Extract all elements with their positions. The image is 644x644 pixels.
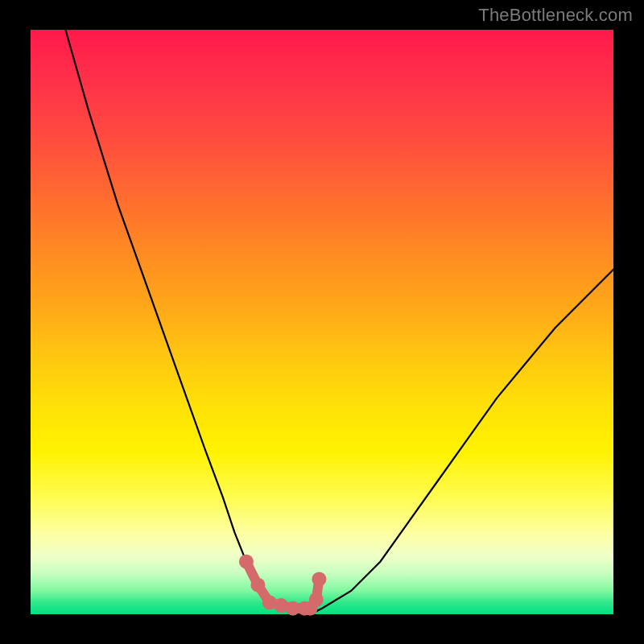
curve-dip-markers <box>239 555 327 616</box>
dip-marker-dot <box>250 578 265 592</box>
dip-marker-dot <box>239 555 254 569</box>
dip-marker-dot <box>312 572 326 586</box>
dip-marker-dot <box>309 592 324 607</box>
chart-curve-layer <box>31 30 613 614</box>
bottleneck-curve <box>65 30 613 614</box>
attribution-text: TheBottleneck.com <box>478 5 633 26</box>
